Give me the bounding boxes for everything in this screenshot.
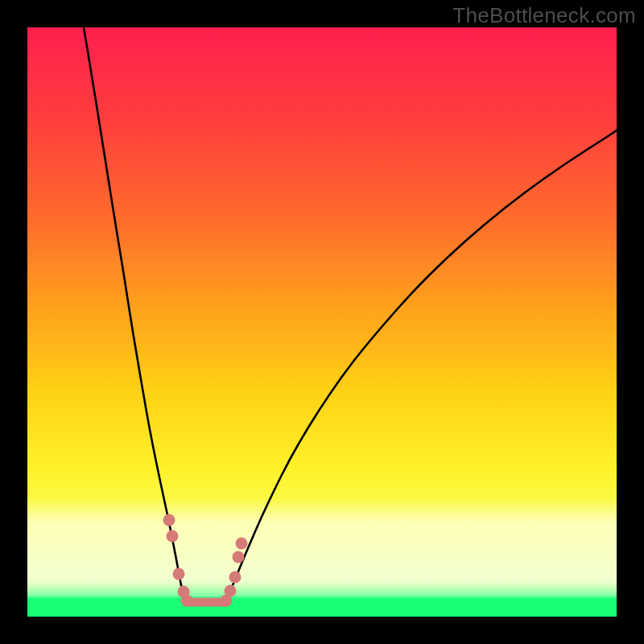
chart-frame: TheBottleneck.com	[0, 0, 644, 644]
marker-dot	[229, 572, 242, 584]
marker-dot	[181, 595, 193, 607]
plot-area	[27, 27, 617, 617]
watermark-text: TheBottleneck.com	[452, 3, 636, 28]
marker-dot	[173, 568, 185, 580]
marker-dot	[163, 514, 175, 526]
marker-dot	[236, 538, 248, 550]
marker-dot	[167, 530, 179, 543]
right-curve	[225, 130, 617, 605]
marker-dot	[225, 585, 237, 597]
curve-layer	[27, 27, 617, 617]
marker-dot	[233, 551, 245, 564]
